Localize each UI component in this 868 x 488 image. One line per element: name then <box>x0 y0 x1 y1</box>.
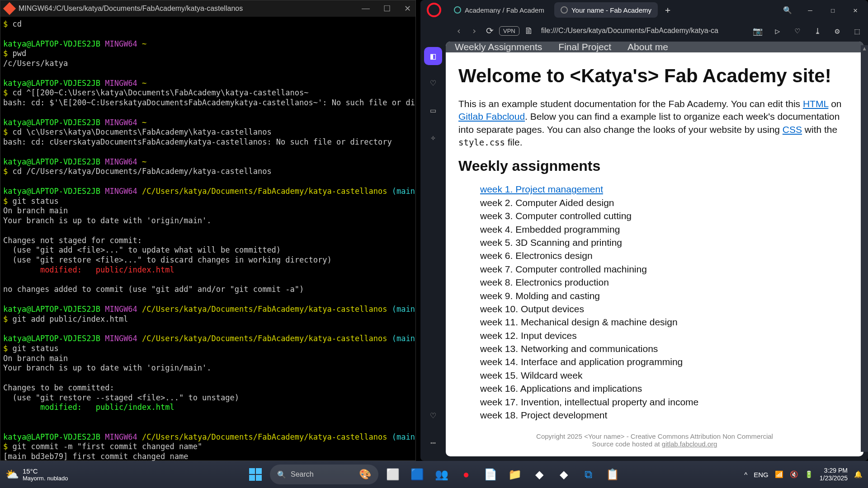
week-link[interactable]: week 1. Project management <box>480 184 603 194</box>
terminal-output[interactable]: $ cd katya@LAPTOP-VDJES2JB MINGW64 ~ $ p… <box>0 17 415 488</box>
page-content: Welcome to <Katya's> Fab Academy site! T… <box>446 52 863 427</box>
week-item: week 7. Computer controlled machining <box>480 263 851 276</box>
link-fabcloud[interactable]: gitlab.fabcloud.org <box>662 440 717 448</box>
terminal-titlebar[interactable]: MINGW64:/C/Users/katya/Documents/FabAcad… <box>0 0 415 17</box>
link-gitlab[interactable]: Gitlab Fabcloud <box>458 111 525 122</box>
minimize-button[interactable]: — <box>362 4 370 14</box>
globe-icon <box>561 6 568 14</box>
book-icon[interactable]: ▭ <box>424 101 442 119</box>
heart-icon[interactable]: ♡ <box>790 23 805 38</box>
week-item: week 4. Embedded programming <box>480 223 851 236</box>
terminal-title: MINGW64:/C/Users/katya/Documents/FabAcad… <box>19 5 243 13</box>
opera-logo-icon[interactable] <box>427 3 441 17</box>
copyright: Copyright 2025 <Your name> - Creative Co… <box>446 432 863 440</box>
week-item: week 12. Input devices <box>480 329 851 342</box>
snapshot-icon[interactable]: 📷 <box>750 23 765 38</box>
volume-icon[interactable]: 🔇 <box>790 470 798 479</box>
language-indicator[interactable]: ENG <box>754 471 769 479</box>
explorer-icon[interactable]: 📁 <box>505 465 525 484</box>
close-button[interactable]: ✕ <box>846 2 864 18</box>
week-item: week 16. Applications and implications <box>480 382 851 395</box>
browser-sidebar: ◧ ♡ ▭ ✧ ♡ ⋯ <box>420 42 446 461</box>
tab-your-name[interactable]: Your name - Fab Academy <box>554 2 658 18</box>
address-bar[interactable] <box>538 27 747 35</box>
week-item: week 5. 3D Scanning and printing <box>480 236 851 249</box>
back-button[interactable]: ‹ <box>453 25 465 36</box>
nav-final[interactable]: Final Project <box>558 42 611 52</box>
notepad-icon[interactable]: 📄 <box>481 465 500 484</box>
scroll-up-icon[interactable]: ▲ <box>861 45 868 54</box>
weeks-list: week 1. Project managementweek 2. Comput… <box>458 183 851 422</box>
heart-icon[interactable]: ♡ <box>424 407 442 425</box>
pinboards-icon[interactable]: ✧ <box>424 128 442 146</box>
tab-academany[interactable]: Academany / Fab Academ <box>448 2 551 18</box>
system-tray: ^ ENG 📶 🔇 🔋 3:29 PM 1/23/2025 🔔 <box>744 467 863 482</box>
notifications-icon[interactable]: 🔔 <box>854 470 863 479</box>
nav-weekly[interactable]: Weekly Assignments <box>455 42 542 52</box>
week-item: week 2. Computer Aided design <box>480 196 851 209</box>
globe-icon <box>454 6 461 14</box>
tray-chevron-icon[interactable]: ^ <box>744 471 747 479</box>
heart-icon[interactable]: ♡ <box>424 74 442 92</box>
app-icon[interactable]: ◆ <box>554 465 574 484</box>
minimize-button[interactable]: — <box>801 2 819 18</box>
scrollbar[interactable] <box>861 54 868 452</box>
maximize-button[interactable]: ☐ <box>383 4 391 14</box>
git-bash-window: MINGW64:/C/Users/katya/Documents/FabAcad… <box>0 0 416 461</box>
taskbar-search[interactable]: 🔍 Search 🎨 <box>270 465 378 484</box>
code-style-css: style.css <box>458 137 505 147</box>
week-item: week 13. Networking and communications <box>480 342 851 355</box>
weekly-heading: Weekly assignments <box>458 158 851 174</box>
page-footer: Copyright 2025 <Your name> - Creative Co… <box>446 427 863 456</box>
start-button[interactable] <box>245 465 265 484</box>
weather-condition: Mayorm. nublado <box>23 475 68 482</box>
git-icon[interactable]: ◆ <box>529 465 549 484</box>
teams-icon[interactable]: 👥 <box>432 465 452 484</box>
tab-strip: Academany / Fab Academ Your name - Fab A… <box>420 0 868 20</box>
search-tabs-icon[interactable]: 🔍 <box>778 2 797 18</box>
opera-icon[interactable]: ● <box>456 465 476 484</box>
temperature: 15°C <box>23 467 38 475</box>
link-html[interactable]: HTML <box>803 99 828 109</box>
week-item: week 3. Computer controlled cutting <box>480 209 851 222</box>
reload-button[interactable]: ⟳ <box>484 25 495 36</box>
file-icon: 🗎 <box>523 25 535 36</box>
page-viewport: Weekly Assignments Final Project About m… <box>446 42 863 456</box>
windows-taskbar: ⛅ 15°C Mayorm. nublado 🔍 Search 🎨 ⬜ 🟦 👥 … <box>0 461 868 488</box>
forward-button[interactable]: › <box>468 25 480 36</box>
tab-label: Your name - Fab Academy <box>571 6 651 14</box>
new-tab-button[interactable]: + <box>661 4 674 16</box>
maximize-button[interactable]: ☐ <box>824 2 842 18</box>
link-css[interactable]: CSS <box>783 124 802 135</box>
close-button[interactable]: ✕ <box>404 4 411 14</box>
vscode-icon[interactable]: ⧉ <box>578 465 598 484</box>
cloud-icon: ⛅ <box>5 468 19 481</box>
site-nav: Weekly Assignments Final Project About m… <box>446 42 863 52</box>
weather-widget[interactable]: ⛅ 15°C Mayorm. nublado <box>5 467 68 482</box>
page-title: Welcome to <Katya's> Fab Academy site! <box>458 65 851 87</box>
week-item: week 18. Project development <box>480 408 851 422</box>
clock[interactable]: 3:29 PM 1/23/2025 <box>820 467 848 482</box>
search-art-icon: 🎨 <box>359 469 371 480</box>
vpn-badge[interactable]: VPN <box>499 26 519 36</box>
download-icon[interactable]: ⤓ <box>810 23 825 38</box>
week-item: week 1. Project management <box>480 183 851 196</box>
easy-setup-icon[interactable]: ⚙ <box>830 23 844 38</box>
play-icon[interactable]: ▷ <box>770 23 785 38</box>
wifi-icon[interactable]: 📶 <box>775 470 783 479</box>
more-icon[interactable]: ⋯ <box>424 434 442 452</box>
task-view-button[interactable]: ⬜ <box>383 465 403 484</box>
week-item: week 10. Output devices <box>480 302 851 315</box>
week-item: week 14. Interface and application progr… <box>480 355 851 368</box>
week-item: week 6. Electronics design <box>480 249 851 262</box>
search-icon: 🔍 <box>277 470 286 479</box>
browser-toolbar: ‹ › ⟳ VPN 🗎 📷 ▷ ♡ ⤓ ⚙ ⬚ <box>420 20 868 42</box>
nav-about[interactable]: About me <box>627 42 668 52</box>
copilot-icon[interactable]: 🟦 <box>407 465 427 484</box>
week-item: week 15. Wildcard week <box>480 369 851 382</box>
app-icon[interactable]: 📋 <box>603 465 623 484</box>
battery-icon[interactable]: 🔋 <box>805 470 813 479</box>
extensions-icon[interactable]: ⬚ <box>850 23 864 38</box>
tab-label: Academany / Fab Academ <box>465 6 544 14</box>
aria-icon[interactable]: ◧ <box>424 47 442 65</box>
